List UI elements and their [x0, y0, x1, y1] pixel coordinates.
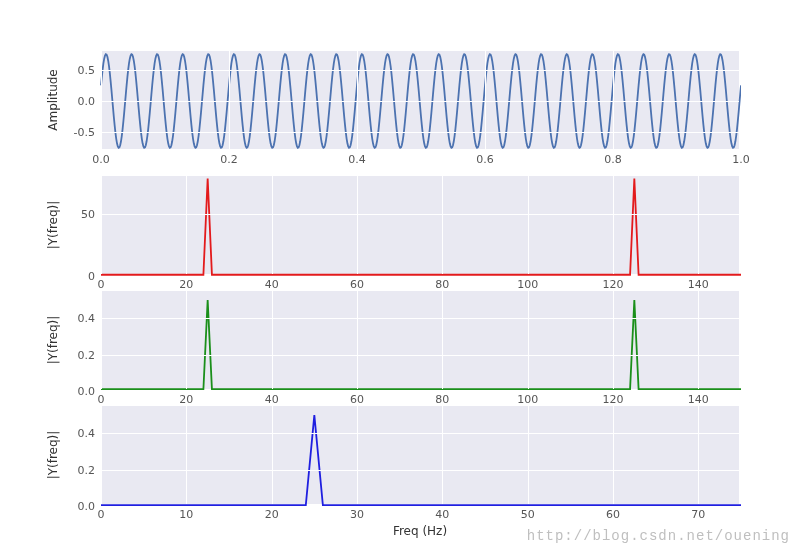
gridline-h	[101, 391, 739, 392]
ytick-label: 0.2	[78, 348, 96, 361]
xtick-label: 60	[606, 508, 620, 521]
subplot-fft-one-sided: |Y(freq)| Freq (Hz) 0102030405060700.00.…	[100, 405, 740, 505]
sine-plot	[101, 51, 739, 149]
xtick-label: 0.8	[604, 153, 622, 166]
gridline-h	[101, 276, 739, 277]
gridline-v	[442, 291, 443, 389]
gridline-v	[272, 176, 273, 274]
gridline-v	[613, 406, 614, 504]
gridline-v	[101, 51, 102, 149]
xtick-label: 0.4	[348, 153, 366, 166]
gridline-v	[357, 51, 358, 149]
gridline-v	[186, 406, 187, 504]
figure: Amplitude 0.00.20.40.60.81.0-0.50.00.5 |…	[0, 0, 800, 550]
gridline-v	[528, 176, 529, 274]
ylabel-yfreq-2: |Y(freq)|	[46, 316, 60, 365]
ylabel-yfreq-3: |Y(freq)|	[46, 431, 60, 480]
gridline-v	[229, 51, 230, 149]
fft-one-sided-plot	[101, 406, 739, 504]
gridline-v	[442, 176, 443, 274]
gridline-v	[186, 176, 187, 274]
subplot-time-domain: Amplitude 0.00.20.40.60.81.0-0.50.00.5	[100, 50, 740, 150]
ylabel-amplitude: Amplitude	[46, 69, 60, 131]
gridline-v	[698, 406, 699, 504]
xtick-label: 50	[521, 508, 535, 521]
subplot-fft-raw: |Y(freq)| 020406080100120140050	[100, 175, 740, 275]
subplot-fft-two-sided: |Y(freq)| 0204060801001201400.00.20.4	[100, 290, 740, 390]
gridline-v	[357, 291, 358, 389]
xtick-label: 1.0	[732, 153, 750, 166]
ytick-label: 0.0	[78, 385, 96, 398]
ytick-label: 0.0	[78, 95, 96, 108]
watermark-text: http://blog.csdn.net/ouening	[527, 528, 790, 544]
xtick-label: 0.6	[476, 153, 494, 166]
ylabel-yfreq-1: |Y(freq)|	[46, 201, 60, 250]
ytick-label: 0.5	[78, 63, 96, 76]
fft-raw-plot	[101, 176, 739, 274]
gridline-v	[698, 176, 699, 274]
gridline-v	[613, 51, 614, 149]
gridline-v	[101, 291, 102, 389]
ytick-label: 0.4	[78, 312, 96, 325]
ytick-label: 0.4	[78, 427, 96, 440]
gridline-h	[101, 214, 739, 215]
fft-two-sided-plot	[101, 291, 739, 389]
gridline-h	[101, 470, 739, 471]
gridline-h	[101, 355, 739, 356]
gridline-v	[528, 291, 529, 389]
xlabel-freq: Freq (Hz)	[393, 524, 447, 538]
xtick-label: 10	[179, 508, 193, 521]
gridline-v	[613, 176, 614, 274]
ytick-label: 0	[88, 270, 95, 283]
gridline-h	[101, 318, 739, 319]
gridline-v	[186, 291, 187, 389]
gridline-h	[101, 70, 739, 71]
xtick-label: 0.2	[220, 153, 238, 166]
ytick-label: 0.0	[78, 500, 96, 513]
ytick-label: 0.2	[78, 463, 96, 476]
gridline-v	[485, 51, 486, 149]
xtick-label: 0	[98, 508, 105, 521]
gridline-v	[698, 291, 699, 389]
gridline-v	[357, 176, 358, 274]
gridline-v	[101, 406, 102, 504]
gridline-h	[101, 132, 739, 133]
gridline-v	[101, 176, 102, 274]
xtick-label: 0.0	[92, 153, 110, 166]
ytick-label: 50	[81, 207, 95, 220]
gridline-v	[613, 291, 614, 389]
gridline-h	[101, 506, 739, 507]
xtick-label: 70	[691, 508, 705, 521]
xtick-label: 20	[265, 508, 279, 521]
xtick-label: 40	[435, 508, 449, 521]
gridline-v	[357, 406, 358, 504]
gridline-v	[528, 406, 529, 504]
gridline-h	[101, 101, 739, 102]
ytick-label: -0.5	[74, 126, 95, 139]
gridline-v	[272, 291, 273, 389]
gridline-v	[442, 406, 443, 504]
gridline-v	[741, 51, 742, 149]
gridline-v	[272, 406, 273, 504]
xtick-label: 30	[350, 508, 364, 521]
gridline-h	[101, 433, 739, 434]
